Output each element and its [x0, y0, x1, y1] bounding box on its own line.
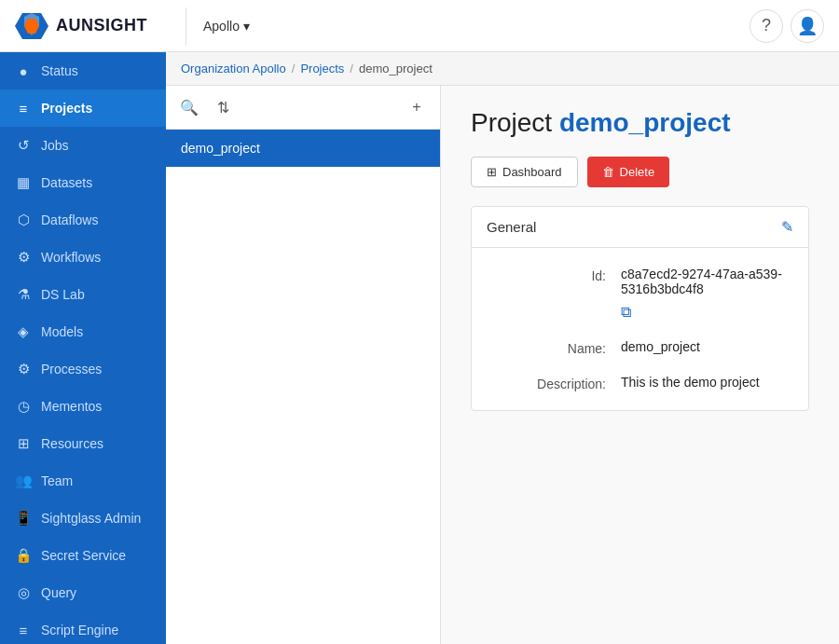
projects-icon: ≡	[15, 100, 32, 116]
sidebar-item-label: Secret Service	[41, 548, 126, 563]
general-card-body: Id: c8a7ecd2-9274-47aa-a539-5316b3bdc4f8…	[472, 248, 808, 410]
field-row-description: Description: This is the demo project	[494, 375, 786, 391]
sidebar-item-scriptengine[interactable]: ≡ Script Engine	[0, 611, 166, 644]
sidebar-item-label: Jobs	[41, 138, 69, 153]
breadcrumb-current: demo_project	[359, 62, 433, 75]
team-icon: 👥	[15, 473, 32, 489]
add-icon: +	[412, 99, 420, 116]
sidebar-item-label: Script Engine	[41, 623, 118, 637]
sidebar-item-label: Resources	[41, 436, 103, 451]
delete-label: Delete	[620, 165, 655, 179]
sidebar-item-label: Sightglass Admin	[41, 511, 141, 526]
sidebar-item-resources[interactable]: ⊞ Resources	[0, 425, 166, 462]
detail-title-prefix: Project	[471, 108, 552, 137]
delete-button[interactable]: 🗑 Delete	[587, 157, 670, 187]
sidebar-item-sightglass[interactable]: 📱 Sightglass Admin	[0, 500, 166, 537]
sidebar-item-processes[interactable]: ⚙ Processes	[0, 350, 166, 388]
project-list-toolbar: 🔍 ⇅ +	[166, 86, 440, 130]
sidebar-item-dslab[interactable]: ⚗ DS Lab	[0, 276, 166, 313]
sidebar-item-label: Mementos	[41, 399, 102, 414]
workspace-label: Apollo ▾	[203, 19, 250, 34]
help-icon: ?	[762, 16, 771, 35]
sidebar-item-dataflows[interactable]: ⬡ Dataflows	[0, 201, 166, 239]
logo-area: AUNSIGHT	[15, 9, 178, 43]
sightglass-icon: 📱	[15, 510, 32, 527]
sidebar-item-label: Projects	[41, 101, 92, 116]
sidebar-item-label: Status	[41, 63, 78, 78]
breadcrumb-projects[interactable]: Projects	[300, 62, 344, 75]
breadcrumb-org[interactable]: Organization Apollo	[181, 62, 286, 75]
dashboard-button[interactable]: ⊞ Dashboard	[471, 157, 578, 187]
content-area: Organization Apollo / Projects / demo_pr…	[166, 52, 839, 644]
dashboard-label: Dashboard	[502, 165, 562, 179]
field-row-id: Id: c8a7ecd2-9274-47aa-a539-5316b3bdc4f8…	[494, 267, 786, 321]
inner-layout: 🔍 ⇅ + demo_project Project	[166, 86, 839, 644]
breadcrumb: Organization Apollo / Projects / demo_pr…	[166, 52, 839, 86]
scriptengine-icon: ≡	[15, 622, 32, 638]
sidebar-item-label: DS Lab	[41, 287, 85, 302]
sidebar-item-datasets[interactable]: ▦ Datasets	[0, 164, 166, 201]
models-icon: ◈	[15, 323, 32, 340]
name-value: demo_project	[621, 339, 700, 354]
project-list-panel: 🔍 ⇅ + demo_project	[166, 86, 441, 644]
dataflows-icon: ⬡	[15, 212, 32, 228]
edit-icon[interactable]: ✎	[781, 218, 793, 236]
id-value: c8a7ecd2-9274-47aa-a539-5316b3bdc4f8	[621, 267, 786, 296]
mementos-icon: ◷	[15, 398, 32, 415]
id-label: Id:	[494, 267, 606, 283]
name-label: Name:	[494, 339, 606, 356]
sidebar-item-projects[interactable]: ≡ Projects	[0, 89, 166, 127]
sidebar-item-label: Datasets	[41, 175, 92, 190]
detail-panel: Project demo_project ⊞ Dashboard 🗑 Delet…	[441, 86, 839, 644]
datasets-icon: ▦	[15, 174, 32, 191]
topbar-divider	[186, 7, 186, 45]
field-row-name: Name: demo_project	[494, 339, 786, 356]
sidebar-item-models[interactable]: ◈ Models	[0, 313, 166, 350]
jobs-icon: ↺	[15, 137, 32, 154]
processes-icon: ⚙	[15, 361, 32, 377]
resources-icon: ⊞	[15, 435, 32, 452]
dslab-icon: ⚗	[15, 286, 32, 303]
sidebar-item-team[interactable]: 👥 Team	[0, 462, 166, 500]
sidebar-item-label: Models	[41, 324, 83, 339]
breadcrumb-sep2: /	[350, 62, 353, 75]
logo-icon	[15, 9, 48, 43]
project-item[interactable]: demo_project	[166, 130, 440, 167]
general-card: General ✎ Id: c8a7ecd2-9274-47aa-a539-53…	[471, 206, 809, 411]
delete-icon: 🗑	[602, 165, 614, 179]
add-project-button[interactable]: +	[403, 93, 431, 121]
sidebar-item-status[interactable]: ● Status	[0, 52, 166, 89]
general-card-header: General ✎	[472, 207, 808, 248]
workflows-icon: ⚙	[15, 249, 32, 266]
breadcrumb-sep1: /	[292, 62, 296, 75]
sidebar-item-query[interactable]: ◎ Query	[0, 574, 166, 611]
dashboard-icon: ⊞	[487, 165, 497, 179]
topbar-right: ? 👤	[750, 9, 824, 43]
main-layout: ● Status ≡ Projects ↺ Jobs ▦ Datasets ⬡ …	[0, 52, 839, 644]
description-value: This is the demo project	[621, 375, 760, 390]
sidebar-item-label: Processes	[41, 362, 102, 377]
description-label: Description:	[494, 375, 606, 391]
sidebar: ● Status ≡ Projects ↺ Jobs ▦ Datasets ⬡ …	[0, 52, 166, 644]
detail-actions: ⊞ Dashboard 🗑 Delete	[471, 157, 809, 187]
workspace-dropdown[interactable]: Apollo ▾	[194, 13, 259, 39]
help-button[interactable]: ?	[750, 9, 783, 43]
sidebar-item-label: Dataflows	[41, 212, 98, 227]
secretservice-icon: 🔒	[15, 547, 32, 564]
sidebar-item-secretservice[interactable]: 🔒 Secret Service	[0, 537, 166, 574]
sidebar-item-jobs[interactable]: ↺ Jobs	[0, 127, 166, 164]
copy-icon[interactable]: ⧉	[621, 304, 786, 321]
sort-icon: ⇅	[217, 99, 229, 116]
sidebar-item-workflows[interactable]: ⚙ Workflows	[0, 239, 166, 276]
general-section-label: General	[487, 219, 536, 235]
detail-title: Project demo_project	[471, 108, 809, 138]
user-button[interactable]: 👤	[791, 9, 824, 43]
logo-text: AUNSIGHT	[56, 16, 147, 35]
project-item-label: demo_project	[181, 141, 260, 156]
sidebar-item-mementos[interactable]: ◷ Mementos	[0, 388, 166, 425]
search-icon: 🔍	[180, 99, 199, 116]
sort-button[interactable]: ⇅	[209, 93, 237, 121]
sidebar-item-label: Team	[41, 473, 73, 488]
search-button[interactable]: 🔍	[175, 93, 203, 121]
topbar: AUNSIGHT Apollo ▾ ? 👤	[0, 0, 839, 52]
